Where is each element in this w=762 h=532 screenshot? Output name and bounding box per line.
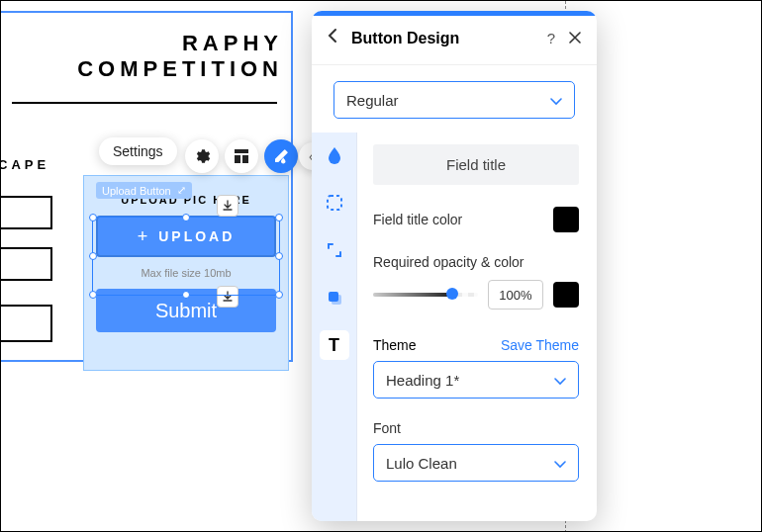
upload-button-label: UPLOAD	[158, 228, 235, 244]
slider-thumb[interactable]	[446, 288, 458, 300]
help-button[interactable]: ?	[547, 30, 555, 46]
theme-value: Heading 1*	[386, 372, 459, 389]
svg-rect-2	[242, 155, 248, 163]
slider-fill	[373, 293, 450, 297]
font-value: Lulo Clean	[386, 455, 457, 472]
chevron-down-icon	[554, 455, 566, 472]
download-icon[interactable]	[217, 286, 238, 308]
tab-fill[interactable]	[320, 140, 349, 170]
element-tag[interactable]: Upload Button ⤢	[96, 182, 192, 199]
svg-rect-1	[235, 155, 240, 163]
design-panel: Button Design ? Regular	[312, 11, 597, 521]
opacity-input[interactable]: 100 %	[488, 280, 543, 310]
side-tabs: T	[312, 133, 357, 521]
field-title-color-label: Field title color	[373, 212, 462, 227]
chevron-down-icon	[550, 92, 562, 109]
theme-label: Theme	[373, 337, 417, 353]
chevron-left-icon	[328, 28, 337, 44]
design-button[interactable]	[264, 139, 298, 173]
svg-rect-0	[235, 149, 248, 153]
gear-button[interactable]	[185, 139, 219, 173]
dashed-square-icon	[326, 194, 343, 212]
plus-icon: +	[138, 226, 151, 247]
submit-button[interactable]: Submit	[96, 289, 276, 332]
tab-corners[interactable]	[320, 235, 349, 265]
panel-title: Button Design	[351, 30, 533, 47]
font-label: Font	[373, 420, 579, 436]
state-select[interactable]: Regular	[333, 81, 575, 119]
panel-body: T Field title Field title color Required…	[312, 133, 597, 521]
max-file-hint: Max file size 10mb	[96, 267, 276, 279]
layout-icon	[234, 148, 249, 164]
tab-shadow[interactable]	[320, 283, 349, 312]
theme-select[interactable]: Heading 1*	[373, 361, 579, 399]
layout-button[interactable]	[225, 139, 258, 173]
chevron-down-icon	[554, 372, 566, 389]
close-icon	[569, 32, 581, 44]
svg-rect-5	[332, 295, 341, 305]
section-header: Field title	[373, 144, 579, 185]
state-value: Regular	[346, 92, 399, 109]
tab-text[interactable]: T	[320, 330, 349, 360]
tab-border-dashed[interactable]	[320, 188, 349, 218]
panel-scroll[interactable]: Field title Field title color Required o…	[357, 133, 597, 521]
opacity-label: Required opacity & color	[373, 254, 579, 270]
element-tag-label: Upload Button	[102, 185, 171, 197]
input-field[interactable]	[0, 247, 52, 281]
color-swatch[interactable]	[553, 207, 579, 232]
upload-form-card[interactable]: Upload Button ⤢ UPLOAD PIC HERE + UPLOAD…	[83, 175, 289, 371]
paint-icon	[272, 147, 290, 165]
drop-icon	[327, 146, 342, 164]
svg-rect-3	[328, 196, 341, 210]
opacity-unit: %	[521, 288, 532, 303]
panel-header: Button Design ?	[312, 16, 597, 65]
text-icon: T	[329, 335, 339, 356]
expand-icon: ⤢	[177, 184, 186, 197]
opacity-slider[interactable]	[373, 290, 478, 300]
back-button[interactable]	[328, 28, 337, 48]
download-icon[interactable]	[217, 195, 238, 217]
color-swatch[interactable]	[553, 282, 579, 308]
submit-label: Submit	[155, 300, 217, 322]
opacity-row: Required opacity & color 100 %	[373, 254, 579, 310]
gear-icon	[193, 147, 211, 165]
input-field[interactable]	[0, 305, 52, 342]
settings-label: Settings	[113, 143, 163, 159]
close-button[interactable]	[569, 30, 581, 47]
shadow-icon	[326, 289, 343, 307]
save-theme-link[interactable]: Save Theme	[501, 337, 579, 353]
settings-pill[interactable]: Settings	[99, 137, 177, 165]
opacity-value: 100	[499, 288, 521, 303]
theme-row: Theme Save Theme	[373, 337, 579, 353]
input-field[interactable]	[0, 196, 52, 229]
editor-canvas: RAPHY COMPETITION CAPE Upload Button ⤢ U…	[1, 1, 762, 532]
opacity-controls: 100 %	[373, 280, 579, 310]
upload-button[interactable]: + UPLOAD	[96, 216, 276, 257]
font-select[interactable]: Lulo Clean	[373, 444, 579, 482]
corners-icon	[326, 241, 343, 259]
field-title-color-row: Field title color	[373, 207, 579, 232]
page-title: RAPHY COMPETITION	[0, 13, 291, 102]
